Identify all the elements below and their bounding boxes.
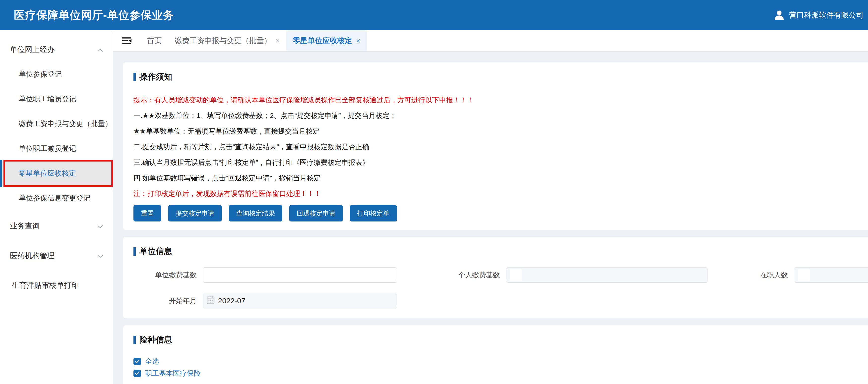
- tab-salary-declare-batch[interactable]: 缴费工资申报与变更（批量） ×: [168, 30, 286, 51]
- sidebar-item-label: 单位职工增员登记: [19, 94, 76, 104]
- sidebar: 单位网上经办 单位参保登记 单位职工增员登记 缴费工资申报与变更（批量） 单位职…: [0, 30, 113, 384]
- rollback-verify-button[interactable]: 回退核定申请: [289, 205, 343, 221]
- tab-label: 首页: [147, 36, 162, 46]
- main-area: 首页 缴费工资申报与变更（批量） × 零星单位应收核定 × 操作须知 提示：有人…: [113, 30, 868, 384]
- field-label: 个人缴费基数: [437, 270, 500, 280]
- sidebar-group-medical-org[interactable]: 医药机构管理: [0, 243, 113, 268]
- insurance-info-card: 险种信息 全选 职工基本医疗保险: [123, 325, 868, 384]
- checked-checkbox-icon[interactable]: [133, 370, 141, 377]
- sidebar-item-unit-info-change[interactable]: 单位参保信息变更登记: [0, 186, 113, 211]
- employee-count-input: [794, 267, 868, 283]
- start-month-input: 2022-07: [203, 293, 397, 308]
- action-button-row: 重置 提交核定申请 查询核定结果 回退核定申请 打印核定单: [133, 205, 860, 221]
- field-employee-count: 在职人数: [760, 267, 860, 283]
- masked-value: [798, 269, 810, 281]
- unit-info-row-2: 开始年月: [133, 293, 860, 308]
- notice-line: 注：打印核定单后，发现数据有误需前往医保窗口处理！！！: [133, 189, 860, 198]
- page-content: 操作须知 提示：有人员增减变动的单位，请确认本单位医疗保险增减员操作已全部复核通…: [113, 51, 868, 384]
- user-icon: [774, 10, 785, 21]
- notice-line: 二.提交成功后，稍等片刻，点击“查询核定结果”，查看申报核定数据是否正确: [133, 143, 860, 151]
- field-label: 开始年月: [133, 296, 197, 306]
- tab-label: 缴费工资申报与变更（批量）: [175, 36, 271, 46]
- personal-base-input: [506, 267, 708, 283]
- sidebar-item-remove-employee[interactable]: 单位职工减员登记: [0, 136, 113, 161]
- print-verify-button[interactable]: 打印核定单: [350, 205, 397, 221]
- title-accent-bar: [133, 73, 136, 81]
- chevron-up-icon: [97, 45, 103, 54]
- section-title-insurance: 险种信息: [133, 334, 860, 345]
- tab-label: 零星单位应收核定: [293, 36, 352, 46]
- sidebar-group-label: 医药机构管理: [10, 251, 55, 261]
- active-indicator-bar: [0, 160, 2, 187]
- title-accent-bar: [133, 247, 136, 256]
- sidebar-item-label: 单位参保登记: [19, 69, 62, 79]
- checkbox-basic-medical[interactable]: 职工基本医疗保险: [133, 369, 860, 378]
- title-accent-bar: [133, 336, 136, 344]
- field-label: 在职人数: [760, 270, 788, 280]
- sidebar-item-maternity-print[interactable]: 生育津贴审核单打印: [0, 273, 113, 298]
- notice-line: 三.确认当月数据无误后点击“打印核定单”，自行打印《医疗缴费核定申报表》: [133, 158, 860, 167]
- notice-line: 一.★★双基数单位：1、填写单位缴费基数；2、点击“提交核定申请”，提交当月核定…: [133, 111, 860, 120]
- tab-sporadic-unit-verify[interactable]: 零星单位应收核定 ×: [286, 30, 367, 51]
- unit-base-input[interactable]: [203, 267, 397, 283]
- section-title-text: 险种信息: [140, 334, 172, 345]
- field-start-month: 开始年月: [133, 293, 397, 308]
- sidebar-item-unit-register[interactable]: 单位参保登记: [0, 62, 113, 87]
- sidebar-group-label: 业务查询: [10, 221, 40, 231]
- start-month-value: 2022-07: [218, 296, 245, 305]
- sidebar-item-label: 缴费工资申报与变更（批量）: [19, 119, 112, 129]
- checkbox-label: 职工基本医疗保险: [145, 369, 201, 378]
- field-personal-base: 个人缴费基数: [437, 267, 708, 283]
- query-result-button[interactable]: 查询核定结果: [229, 205, 282, 221]
- section-title-text: 操作须知: [140, 71, 172, 82]
- sidebar-item-salary-declare-batch[interactable]: 缴费工资申报与变更（批量）: [0, 111, 113, 136]
- sidebar-item-sporadic-unit-verify[interactable]: 零星单位应收核定: [0, 161, 113, 186]
- chevron-down-icon: [97, 251, 103, 260]
- close-icon[interactable]: ×: [275, 37, 280, 45]
- sidebar-group-unit-online[interactable]: 单位网上经办: [0, 37, 113, 62]
- tab-home[interactable]: 首页: [141, 30, 168, 51]
- app-title: 医疗保障单位网厅-单位参保业务: [14, 8, 174, 23]
- account-area[interactable]: 营口科派软件有限公司: [774, 10, 864, 21]
- field-unit-base: 单位缴费基数: [133, 267, 397, 283]
- notice-line: 提示：有人员增减变动的单位，请确认本单位医疗保险增减员操作已全部复核通过后，方可…: [133, 96, 860, 104]
- chevron-down-icon: [97, 222, 103, 230]
- submit-verify-button[interactable]: 提交核定申请: [168, 205, 222, 221]
- unit-info-row-1: 单位缴费基数 个人缴费基数 在职人数: [133, 267, 860, 283]
- checkbox-select-all[interactable]: 全选: [133, 357, 860, 366]
- close-icon[interactable]: ×: [356, 37, 361, 45]
- company-name: 营口科派软件有限公司: [789, 10, 864, 20]
- checkbox-label: 全选: [145, 357, 159, 366]
- section-title-notice: 操作须知: [133, 71, 860, 82]
- tab-bar: 首页 缴费工资申报与变更（批量） × 零星单位应收核定 ×: [113, 30, 868, 51]
- masked-value: [510, 269, 522, 281]
- reset-button[interactable]: 重置: [133, 205, 161, 221]
- section-title-text: 单位信息: [140, 246, 172, 257]
- notice-card: 操作须知 提示：有人员增减变动的单位，请确认本单位医疗保险增减员操作已全部复核通…: [123, 63, 868, 230]
- calendar-icon: [207, 295, 215, 306]
- section-title-unit-info: 单位信息: [133, 246, 860, 257]
- sidebar-item-label: 单位职工减员登记: [19, 144, 76, 153]
- field-label: 单位缴费基数: [133, 270, 197, 280]
- app-header: 医疗保障单位网厅-单位参保业务 营口科派软件有限公司: [0, 0, 868, 30]
- sidebar-group-business-query[interactable]: 业务查询: [0, 214, 113, 238]
- notice-line: 四.如单位基数填写错误，点击“回退核定申请”，撤销当月核定: [133, 174, 860, 182]
- unit-info-card: 单位信息 单位缴费基数 个人缴费基数 在职人数: [123, 237, 868, 318]
- collapse-sidebar-icon[interactable]: [122, 37, 132, 45]
- notice-line: ★★单基数单位：无需填写单位缴费基数，直接提交当月核定: [133, 127, 860, 135]
- sidebar-item-label: 生育津贴审核单打印: [12, 280, 79, 290]
- checked-checkbox-icon[interactable]: [133, 358, 141, 365]
- sidebar-item-label: 单位参保信息变更登记: [19, 193, 91, 203]
- sidebar-item-label: 零星单位应收核定: [19, 169, 76, 178]
- sidebar-item-add-employee[interactable]: 单位职工增员登记: [0, 87, 113, 111]
- sidebar-group-label: 单位网上经办: [10, 45, 55, 55]
